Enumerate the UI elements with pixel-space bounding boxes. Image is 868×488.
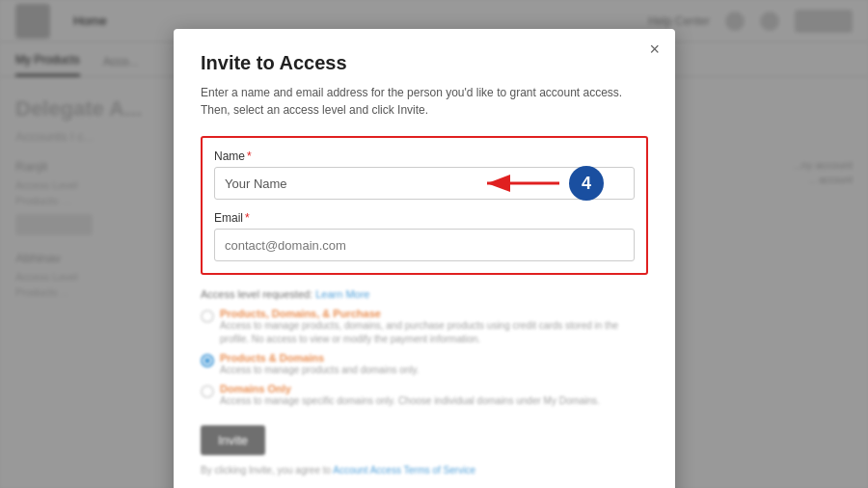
radio-content-0: Products, Domains, & Purchase Access to … [220, 308, 648, 346]
close-button[interactable]: × [649, 41, 660, 58]
annotation-arrow [473, 159, 569, 207]
invite-button[interactable]: Invite [201, 425, 265, 455]
annotation-badge: 4 [569, 166, 604, 201]
modal-title: Invite to Access [201, 52, 648, 74]
access-level-label: Access level requested: Learn More [201, 288, 648, 300]
radio-content-1: Products & Domains Access to manage prod… [220, 352, 420, 377]
radio-circle-0 [201, 310, 214, 323]
radio-desc-2: Access to manage specific domains only. … [220, 394, 600, 408]
radio-group: Products, Domains, & Purchase Access to … [201, 308, 648, 408]
radio-title-0: Products, Domains, & Purchase [220, 308, 648, 319]
learn-more-link[interactable]: Learn More [315, 288, 369, 300]
email-input[interactable] [214, 229, 635, 261]
annotation-container: 4 [473, 159, 604, 207]
terms-link[interactable]: Account Access Terms of Service [333, 465, 475, 475]
invite-modal: × Invite to Access Enter a name and emai… [174, 29, 675, 488]
radio-circle-2 [201, 385, 214, 398]
modal-description: Enter a name and email address for the p… [201, 84, 648, 119]
radio-content-2: Domains Only Access to manage specific d… [220, 383, 600, 408]
radio-title-1: Products & Domains [220, 352, 420, 364]
radio-title-2: Domains Only [220, 383, 600, 394]
radio-desc-0: Access to manage products, domains, and … [220, 319, 648, 346]
access-level-section: Access level requested: Learn More Produ… [201, 288, 648, 475]
terms-text: By clicking Invite, you agree to Account… [201, 465, 648, 475]
email-label: Email* [214, 211, 635, 225]
radio-item-2[interactable]: Domains Only Access to manage specific d… [201, 383, 648, 408]
radio-circle-1 [201, 354, 214, 367]
radio-item-0[interactable]: Products, Domains, & Purchase Access to … [201, 308, 648, 346]
badge-number: 4 [582, 174, 591, 194]
radio-desc-1: Access to manage products and domains on… [220, 364, 420, 377]
radio-item-1[interactable]: Products & Domains Access to manage prod… [201, 352, 648, 377]
